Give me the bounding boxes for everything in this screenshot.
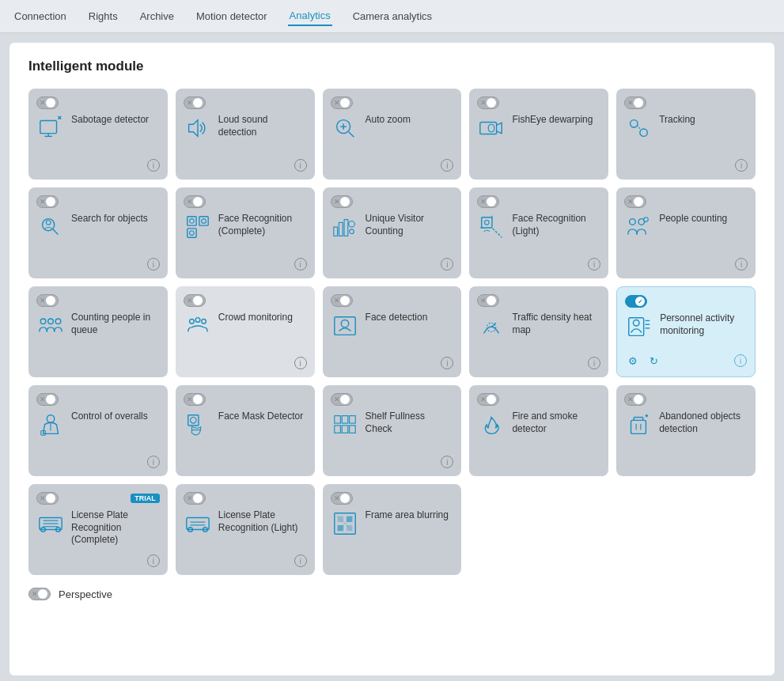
toggle-sabotage[interactable]: ✕ bbox=[36, 96, 59, 109]
personnel-activity-info[interactable]: i bbox=[734, 354, 747, 367]
svg-point-39 bbox=[189, 320, 194, 324]
license-plate-light-info[interactable]: i bbox=[294, 554, 307, 567]
svg-point-22 bbox=[189, 231, 194, 236]
toggle-license-plate-complete[interactable]: ✕ bbox=[36, 492, 59, 505]
module-personnel-activity[interactable]: ✓ Personnel activity monitoring bbox=[616, 286, 756, 377]
abandoned-objects-label: Abandoned objects detection bbox=[659, 410, 748, 435]
crowd-monitoring-label: Crowd monitoring bbox=[218, 312, 307, 324]
module-fire-smoke[interactable]: ✕ Fire and smoke detector i bbox=[469, 385, 608, 476]
toggle-shelf-fullness[interactable]: ✕ bbox=[331, 393, 353, 406]
module-face-recognition-complete[interactable]: ✕ Face Recognition (Complete) bbox=[176, 187, 315, 278]
toggle-fire-smoke[interactable]: ✕ bbox=[477, 393, 499, 406]
nav-rights[interactable]: Rights bbox=[87, 7, 119, 25]
toggle-face-recognition-complete[interactable]: ✕ bbox=[184, 195, 206, 208]
module-unique-visitor[interactable]: ✕ Unique Visitor Counting i bbox=[323, 187, 462, 278]
license-plate-light-icon bbox=[184, 509, 212, 538]
counting-queue-label: Counting people in queue bbox=[71, 312, 160, 336]
svg-point-35 bbox=[644, 218, 649, 222]
toggle-face-mask[interactable]: ✕ bbox=[184, 393, 206, 406]
module-face-detection[interactable]: ✕ Face detection i bbox=[323, 286, 462, 377]
toggle-loud-sound[interactable]: ✕ bbox=[184, 96, 206, 109]
crowd-monitoring-info[interactable]: i bbox=[294, 357, 307, 369]
toggle-traffic-density[interactable]: ✕ bbox=[477, 294, 499, 307]
traffic-density-info[interactable]: i bbox=[588, 357, 600, 369]
face-recognition-complete-info[interactable]: i bbox=[294, 258, 307, 271]
toggle-control-overalls[interactable]: ✕ bbox=[36, 393, 59, 406]
svg-rect-23 bbox=[333, 227, 337, 236]
svg-point-20 bbox=[202, 219, 206, 224]
module-traffic-density[interactable]: ✕ Traffic density heat map i bbox=[469, 286, 608, 377]
module-face-mask[interactable]: ✕ Face Mask Detector i bbox=[176, 385, 315, 476]
svg-point-15 bbox=[46, 221, 51, 225]
toggle-crowd-monitoring[interactable]: ✕ bbox=[184, 294, 206, 307]
face-recognition-complete-icon bbox=[184, 213, 212, 241]
svg-rect-54 bbox=[188, 415, 199, 426]
face-recognition-light-info[interactable]: i bbox=[588, 258, 600, 271]
toggle-face-detection[interactable]: ✕ bbox=[331, 294, 353, 307]
nav-connection[interactable]: Connection bbox=[13, 7, 68, 25]
people-counting-info[interactable]: i bbox=[735, 258, 748, 271]
unique-visitor-label: Unique Visitor Counting bbox=[365, 213, 454, 237]
module-shelf-fullness[interactable]: ✕ Shelf Fullness Check bbox=[323, 385, 462, 476]
module-loud-sound[interactable]: ✕ Loud sound detection i bbox=[176, 89, 315, 180]
toggle-search-objects[interactable]: ✕ bbox=[36, 195, 59, 208]
svg-rect-19 bbox=[199, 217, 208, 225]
nav-motion-detector[interactable]: Motion detector bbox=[195, 7, 269, 25]
svg-line-13 bbox=[637, 125, 641, 130]
tracking-info[interactable]: i bbox=[735, 159, 748, 172]
toggle-tracking[interactable]: ✕ bbox=[624, 96, 646, 109]
loud-sound-label: Loud sound detection bbox=[218, 114, 307, 138]
toggle-people-counting[interactable]: ✕ bbox=[624, 195, 646, 208]
toggle-counting-queue[interactable]: ✕ bbox=[36, 294, 59, 307]
personnel-activity-label: Personnel activity monitoring bbox=[660, 312, 747, 337]
module-tracking[interactable]: ✕ Tracking i bbox=[616, 89, 756, 180]
face-mask-label: Face Mask Detector bbox=[218, 410, 307, 423]
svg-point-12 bbox=[640, 129, 647, 136]
module-auto-zoom[interactable]: ✕ Auto zoom i bbox=[323, 89, 462, 180]
toggle-auto-zoom[interactable]: ✕ bbox=[331, 96, 353, 109]
module-license-plate-light[interactable]: ✕ License Plate Recognition (Light) bbox=[176, 484, 315, 575]
module-control-overalls[interactable]: ✕ Control of overalls i bbox=[28, 385, 168, 476]
personnel-activity-refresh-icon[interactable]: ↻ bbox=[646, 353, 661, 369]
control-overalls-info[interactable]: i bbox=[147, 456, 160, 468]
module-license-plate-complete[interactable]: ✕ trial License Plate Recognitio bbox=[28, 484, 168, 575]
toggle-fisheye[interactable]: ✕ bbox=[477, 96, 499, 109]
module-crowd-monitoring[interactable]: ✕ Crowd monitoring bbox=[176, 286, 315, 377]
module-abandoned-objects[interactable]: ✕ Abandoned ob bbox=[616, 385, 756, 476]
auto-zoom-info[interactable]: i bbox=[441, 159, 453, 172]
svg-rect-85 bbox=[337, 525, 343, 532]
loud-sound-icon bbox=[184, 114, 212, 142]
svg-rect-24 bbox=[339, 222, 343, 236]
frame-blurring-label: Frame area blurring bbox=[365, 509, 454, 522]
toggle-face-recognition-light[interactable]: ✕ bbox=[477, 195, 499, 208]
license-plate-complete-info[interactable]: i bbox=[147, 554, 160, 567]
unique-visitor-info[interactable]: i bbox=[441, 258, 453, 271]
search-objects-info[interactable]: i bbox=[147, 258, 160, 271]
toggle-frame-blurring[interactable]: ✕ bbox=[331, 492, 353, 505]
toggle-personnel-activity[interactable]: ✓ bbox=[625, 295, 647, 308]
svg-point-41 bbox=[202, 320, 206, 324]
shelf-fullness-info[interactable]: i bbox=[441, 456, 453, 468]
nav-archive[interactable]: Archive bbox=[138, 7, 176, 25]
top-navigation: Connection Rights Archive Motion detecto… bbox=[0, 0, 784, 33]
module-search-objects[interactable]: ✕ Search for objects i bbox=[28, 187, 168, 278]
toggle-abandoned-objects[interactable]: ✕ bbox=[624, 393, 646, 406]
sabotage-info[interactable]: i bbox=[147, 159, 160, 172]
face-detection-info[interactable]: i bbox=[441, 357, 453, 369]
module-counting-queue[interactable]: ✕ Counting people in queue bbox=[28, 286, 168, 377]
nav-analytics[interactable]: Analytics bbox=[288, 6, 332, 26]
svg-rect-21 bbox=[187, 229, 196, 237]
personnel-activity-settings-icon[interactable]: ⚙ bbox=[625, 353, 641, 369]
module-people-counting[interactable]: ✕ People counting i bbox=[616, 187, 756, 278]
loud-sound-info[interactable]: i bbox=[294, 159, 307, 172]
module-frame-blurring[interactable]: ✕ Frame area blurring bbox=[323, 484, 462, 575]
toggle-perspective[interactable]: ✕ bbox=[28, 588, 51, 600]
toggle-license-plate-light[interactable]: ✕ bbox=[184, 492, 206, 505]
module-face-recognition-light[interactable]: ✕ Face Recognition (Light) bbox=[469, 187, 608, 278]
svg-rect-0 bbox=[40, 121, 57, 134]
toggle-unique-visitor[interactable]: ✕ bbox=[331, 195, 353, 208]
module-fisheye[interactable]: ✕ FishEye dewarping i bbox=[469, 89, 608, 180]
nav-camera-analytics[interactable]: Camera analytics bbox=[351, 7, 434, 25]
module-sabotage[interactable]: ✕ Sabotage detector i bbox=[28, 89, 168, 180]
people-counting-label: People counting bbox=[659, 213, 748, 225]
